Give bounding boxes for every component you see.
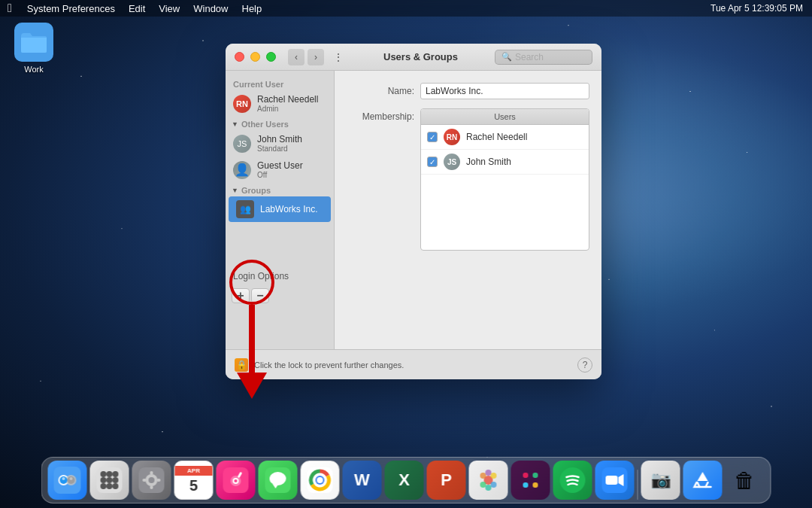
lock-button[interactable]: 🔒 bbox=[235, 358, 248, 372]
svg-point-15 bbox=[107, 477, 113, 483]
menubar-system-preferences[interactable]: System Preferences bbox=[21, 0, 121, 17]
membership-empty-space bbox=[421, 175, 589, 250]
sidebar-item-guest[interactable]: 👤 Guest User Off bbox=[226, 157, 334, 183]
folder-icon bbox=[14, 23, 53, 62]
dock-item-calendar[interactable]: APR 5 bbox=[174, 461, 214, 500]
membership-row-rachel[interactable]: ✓ RN Rachel Needell bbox=[421, 125, 589, 150]
dock-item-zoom[interactable] bbox=[595, 461, 635, 500]
sidebar-item-login-options[interactable]: Login Options bbox=[226, 267, 334, 285]
search-field[interactable]: 🔍 Search bbox=[495, 50, 592, 65]
svg-point-8 bbox=[62, 477, 65, 480]
groups-label: Groups bbox=[241, 186, 271, 195]
john-checkbox[interactable]: ✓ bbox=[427, 157, 438, 167]
dock-item-sysprefs[interactable] bbox=[132, 461, 171, 500]
menubar-window[interactable]: Window bbox=[187, 0, 234, 17]
name-label: Name: bbox=[347, 86, 414, 96]
rachel-checkbox[interactable]: ✓ bbox=[427, 132, 438, 142]
dock-item-iphoto[interactable]: 📷 bbox=[641, 461, 680, 500]
dock-item-powerpoint[interactable]: P bbox=[427, 461, 466, 500]
membership-row-john[interactable]: ✓ JS John Smith bbox=[421, 150, 589, 175]
sidebar-item-rachel[interactable]: RN Rachel Needell Admin bbox=[226, 90, 334, 117]
menubar:  System Preferences Edit View Window He… bbox=[0, 0, 812, 17]
svg-rect-48 bbox=[533, 473, 538, 478]
apple-menu[interactable]:  bbox=[0, 0, 20, 17]
menubar-left:  System Preferences Edit View Window He… bbox=[0, 0, 268, 17]
dock-item-itunes[interactable] bbox=[217, 461, 256, 500]
close-button[interactable] bbox=[235, 52, 244, 62]
dock-item-trash[interactable]: 🗑 bbox=[726, 461, 765, 500]
dock-item-slack[interactable] bbox=[511, 461, 550, 500]
dock-separator bbox=[638, 470, 638, 500]
name-input[interactable]: LabWorks Inc. bbox=[420, 83, 589, 99]
grid-button[interactable]: ⋮ bbox=[330, 49, 347, 65]
rachel-avatar-member: RN bbox=[444, 129, 460, 145]
triangle-groups-icon: ▼ bbox=[232, 187, 238, 194]
other-users-section: ▼ Other Users bbox=[226, 117, 334, 130]
login-options-label: Login Options bbox=[233, 271, 289, 281]
dock-item-launchpad[interactable] bbox=[90, 461, 129, 500]
rachel-member-name: Rachel Needell bbox=[466, 132, 527, 142]
svg-point-40 bbox=[480, 473, 486, 479]
svg-rect-26 bbox=[157, 479, 161, 482]
minimize-button[interactable] bbox=[250, 52, 260, 62]
dock-item-word[interactable]: W bbox=[343, 461, 382, 500]
menubar-datetime: Tue Apr 5 12:39:05 PM bbox=[707, 3, 806, 14]
menubar-help[interactable]: Help bbox=[236, 0, 268, 17]
dock-item-finder[interactable] bbox=[48, 461, 87, 500]
rachel-name: Rachel Needell bbox=[257, 94, 318, 105]
sidebar-item-john-info: John Smith Standard bbox=[257, 134, 302, 153]
menubar-view[interactable]: View bbox=[153, 0, 186, 17]
membership-table-header: Users bbox=[421, 109, 589, 125]
sidebar-item-john[interactable]: JS John Smith Standard bbox=[226, 130, 334, 157]
svg-point-22 bbox=[149, 477, 155, 483]
dock-item-appstore[interactable] bbox=[683, 461, 723, 500]
john-avatar-member: JS bbox=[444, 154, 460, 170]
sidebar-item-rachel-info: Rachel Needell Admin bbox=[257, 94, 318, 113]
svg-rect-47 bbox=[523, 482, 529, 488]
dock-item-chrome[interactable] bbox=[301, 461, 340, 500]
help-button[interactable]: ? bbox=[577, 357, 592, 373]
main-content: Name: LabWorks Inc. Membership: Users ✓ … bbox=[335, 71, 601, 349]
dock-item-photos[interactable] bbox=[469, 461, 508, 500]
svg-rect-25 bbox=[143, 479, 147, 482]
avatar-rachel: RN bbox=[233, 95, 251, 113]
sidebar-action-buttons: + − bbox=[226, 285, 334, 306]
dock: APR 5 bbox=[41, 457, 771, 503]
john-member-name: John Smith bbox=[466, 157, 511, 167]
sidebar-item-labworks[interactable]: 👥 LabWorks Inc. bbox=[229, 196, 331, 222]
forward-button[interactable]: › bbox=[308, 49, 324, 65]
svg-point-9 bbox=[70, 477, 73, 480]
dialog-titlebar: ‹ › ⋮ Users & Groups 🔍 Search bbox=[226, 44, 601, 71]
sidebar-item-guest-info: Guest User Off bbox=[257, 160, 303, 179]
maximize-button[interactable] bbox=[266, 52, 276, 62]
add-group-button[interactable]: + bbox=[232, 288, 250, 303]
svg-rect-49 bbox=[533, 482, 538, 488]
search-icon: 🔍 bbox=[501, 52, 512, 62]
navigation-buttons: ‹ › bbox=[288, 49, 324, 65]
svg-point-43 bbox=[491, 482, 497, 488]
desktop-work-folder[interactable]: Work bbox=[8, 23, 60, 74]
svg-point-12 bbox=[107, 471, 113, 477]
dock-item-messages[interactable] bbox=[259, 461, 298, 500]
svg-point-13 bbox=[113, 471, 119, 477]
menubar-edit[interactable]: Edit bbox=[123, 0, 151, 17]
back-button[interactable]: ‹ bbox=[288, 49, 304, 65]
john-name: John Smith bbox=[257, 134, 302, 144]
folder-label: Work bbox=[24, 65, 43, 74]
remove-group-button[interactable]: − bbox=[251, 288, 269, 303]
dock-item-excel[interactable]: X bbox=[385, 461, 424, 500]
dock-item-spotify[interactable] bbox=[553, 461, 592, 500]
svg-rect-23 bbox=[150, 471, 153, 475]
membership-label: Membership: bbox=[347, 108, 414, 122]
sidebar: Current User RN Rachel Needell Admin ▼ O… bbox=[226, 71, 335, 349]
users-groups-dialog: ‹ › ⋮ Users & Groups 🔍 Search Current Us… bbox=[226, 44, 601, 379]
group-icon: 👥 bbox=[236, 200, 254, 218]
svg-rect-24 bbox=[150, 485, 153, 489]
rachel-role: Admin bbox=[257, 105, 318, 113]
svg-point-30 bbox=[235, 479, 238, 482]
svg-point-16 bbox=[113, 477, 119, 483]
svg-point-45 bbox=[486, 485, 492, 491]
svg-point-38 bbox=[317, 477, 323, 483]
triangle-icon: ▼ bbox=[232, 120, 238, 128]
svg-rect-46 bbox=[523, 473, 529, 478]
